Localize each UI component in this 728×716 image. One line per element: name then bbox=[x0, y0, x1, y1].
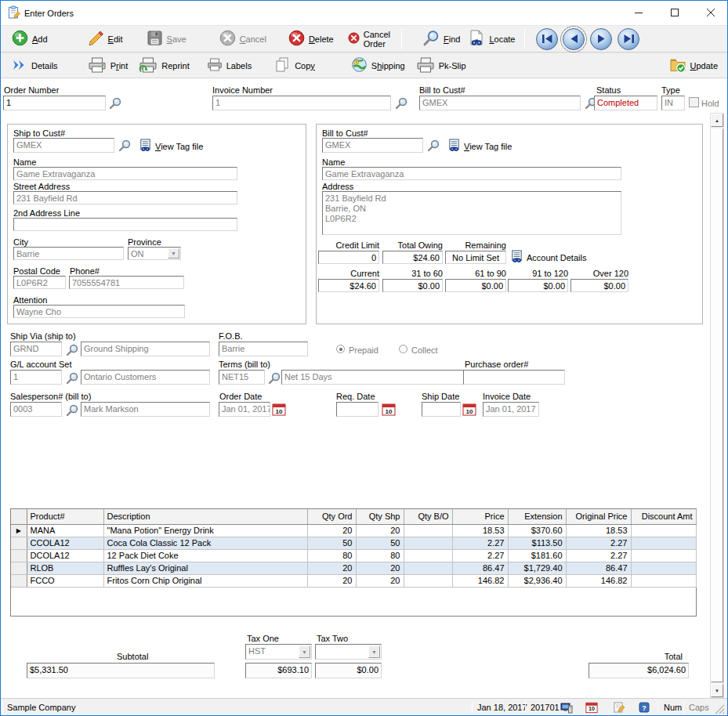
ship-phone-input[interactable]: 7055554781 bbox=[69, 276, 184, 289]
ship-date-input[interactable] bbox=[422, 402, 461, 417]
bill-name-input[interactable]: Game Extravaganza bbox=[322, 167, 621, 180]
cell[interactable]: 2.27 bbox=[452, 549, 508, 562]
edit-button[interactable]: Edit bbox=[87, 30, 123, 49]
cell[interactable]: 50 bbox=[307, 537, 356, 549]
cell[interactable]: 20 bbox=[356, 562, 404, 574]
locate-button[interactable]: Locate bbox=[468, 30, 515, 49]
cancel-order-button[interactable]: Cancel Order bbox=[348, 30, 390, 49]
cell[interactable]: 86.47 bbox=[452, 562, 508, 574]
cell[interactable]: "Mana Potion" Energy Drink bbox=[103, 524, 307, 537]
row-selector[interactable] bbox=[11, 537, 27, 549]
order-number-input[interactable]: 1 bbox=[3, 96, 106, 110]
reprint-button[interactable]: Reprint bbox=[139, 57, 189, 74]
cell[interactable]: $1,729.40 bbox=[508, 562, 566, 574]
notes-icon[interactable] bbox=[613, 701, 625, 715]
cell[interactable]: 146.82 bbox=[566, 574, 631, 587]
tax-one-select[interactable]: HST ▼ bbox=[245, 644, 312, 660]
gl-account-set-lookup-icon[interactable] bbox=[65, 371, 79, 385]
labels-button[interactable]: Labels bbox=[207, 58, 252, 73]
cancel-button[interactable]: Cancel bbox=[219, 30, 266, 48]
cell[interactable]: 2.27 bbox=[566, 549, 631, 562]
column-header[interactable]: Discount Amt bbox=[631, 509, 696, 524]
cell[interactable] bbox=[631, 562, 696, 574]
cell[interactable]: 146.82 bbox=[452, 574, 508, 587]
cell[interactable] bbox=[631, 574, 696, 587]
row-selector[interactable]: ▶ bbox=[11, 524, 27, 537]
column-header[interactable]: Original Price bbox=[566, 509, 631, 524]
cell[interactable]: $370.60 bbox=[508, 524, 566, 537]
cell[interactable]: 18.53 bbox=[566, 524, 631, 537]
ship-street-input[interactable]: 231 Bayfield Rd bbox=[13, 191, 237, 204]
bill-to-cust-lookup-icon[interactable] bbox=[426, 139, 440, 153]
vertical-scrollbar[interactable]: ▲ ▼ bbox=[710, 113, 724, 698]
ship-via-code-input[interactable]: GRND bbox=[10, 342, 62, 356]
bill-to-cust-input[interactable]: GMEX bbox=[322, 138, 423, 153]
cell[interactable]: $2,936.40 bbox=[508, 574, 566, 587]
print-button[interactable]: Print bbox=[88, 57, 129, 74]
cell[interactable]: FCCO bbox=[27, 574, 103, 587]
salesperson-code-input[interactable]: 0003 bbox=[10, 402, 62, 417]
cell[interactable]: 86.47 bbox=[566, 562, 631, 574]
period-calendar-icon[interactable]: 10 bbox=[585, 701, 598, 715]
prepaid-radio[interactable] bbox=[336, 345, 345, 353]
cell[interactable]: CCOLA12 bbox=[27, 537, 103, 549]
column-header[interactable]: Extension bbox=[508, 509, 566, 524]
add-button[interactable]: Add bbox=[12, 30, 48, 48]
system-computer-icon[interactable] bbox=[560, 701, 573, 715]
order-number-lookup-icon[interactable] bbox=[108, 96, 122, 110]
cell[interactable] bbox=[404, 562, 452, 574]
table-row[interactable]: FCCOFritos Corn Chip Original2020146.82$… bbox=[11, 574, 696, 587]
table-row[interactable]: ▶MANA"Mana Potion" Energy Drink202018.53… bbox=[11, 524, 696, 537]
terms-lookup-icon[interactable] bbox=[267, 371, 281, 385]
cell[interactable]: RLOB bbox=[27, 562, 103, 574]
order-date-calendar-icon[interactable]: 10 bbox=[272, 403, 286, 416]
scrollbar-thumb[interactable] bbox=[711, 128, 723, 682]
ship-to-view-tag-button[interactable]: View Tag file bbox=[139, 139, 203, 154]
cell[interactable]: 20 bbox=[307, 574, 356, 587]
tax-one-dropdown-arrow-icon[interactable]: ▼ bbox=[299, 645, 310, 658]
ship-date-calendar-icon[interactable]: 10 bbox=[462, 403, 476, 416]
column-header[interactable]: Description bbox=[103, 509, 307, 524]
row-selector[interactable] bbox=[11, 562, 27, 574]
cell[interactable]: 2.27 bbox=[566, 537, 631, 549]
column-header[interactable]: Product# bbox=[27, 509, 103, 524]
scroll-down-icon[interactable]: ▼ bbox=[711, 684, 723, 697]
column-header[interactable]: Qty Shp bbox=[356, 509, 404, 524]
cell[interactable]: Coca Cola Classic 12 Pack bbox=[103, 537, 307, 549]
cell[interactable] bbox=[631, 549, 696, 562]
save-button[interactable]: Save bbox=[147, 30, 187, 48]
invoice-number-input[interactable]: 1 bbox=[212, 96, 391, 110]
cell[interactable]: 50 bbox=[356, 537, 404, 549]
cell[interactable] bbox=[404, 574, 452, 587]
table-row[interactable]: DCOLA1212 Pack Diet Coke80802.27$181.602… bbox=[11, 549, 696, 562]
cell[interactable]: 80 bbox=[356, 549, 404, 562]
cell[interactable]: 20 bbox=[307, 562, 356, 574]
cell[interactable]: 20 bbox=[356, 524, 404, 537]
copy-button[interactable]: Copy bbox=[273, 56, 315, 75]
cell[interactable]: 2.27 bbox=[452, 537, 508, 549]
req-date-calendar-icon[interactable]: 10 bbox=[382, 403, 396, 416]
order-date-input[interactable]: Jan 01, 2017 bbox=[219, 402, 270, 417]
collect-radio[interactable] bbox=[399, 345, 407, 353]
ship-to-cust-lookup-icon[interactable] bbox=[118, 139, 132, 153]
cell[interactable]: 20 bbox=[307, 524, 356, 537]
shipping-button[interactable]: Shipping bbox=[351, 56, 405, 74]
req-date-input[interactable] bbox=[336, 402, 378, 417]
cell[interactable]: $181.60 bbox=[508, 549, 566, 562]
help-icon[interactable]: ? bbox=[638, 701, 650, 715]
table-row[interactable]: RLOBRuffles Lay's Original202086.47$1,72… bbox=[11, 562, 696, 574]
maximize-button[interactable] bbox=[657, 1, 693, 24]
ship-via-lookup-icon[interactable] bbox=[65, 343, 79, 357]
row-selector[interactable] bbox=[11, 574, 27, 587]
find-button[interactable]: Find bbox=[422, 30, 460, 49]
cell[interactable]: 20 bbox=[356, 574, 404, 587]
resize-grip[interactable] bbox=[715, 704, 725, 716]
purchase-order-input[interactable] bbox=[463, 370, 565, 385]
update-button[interactable]: Update bbox=[669, 56, 718, 75]
ship-name-input[interactable]: Game Extravaganza bbox=[13, 167, 237, 180]
province-dropdown-arrow-icon[interactable]: ▼ bbox=[168, 248, 179, 259]
pk-slip-button[interactable]: Pk-Slip bbox=[416, 57, 466, 74]
bill-to-view-tag-button[interactable]: View Tag file bbox=[447, 139, 512, 154]
nav-previous-button[interactable] bbox=[563, 28, 585, 50]
terms-code-input[interactable]: NET15 bbox=[219, 370, 265, 385]
